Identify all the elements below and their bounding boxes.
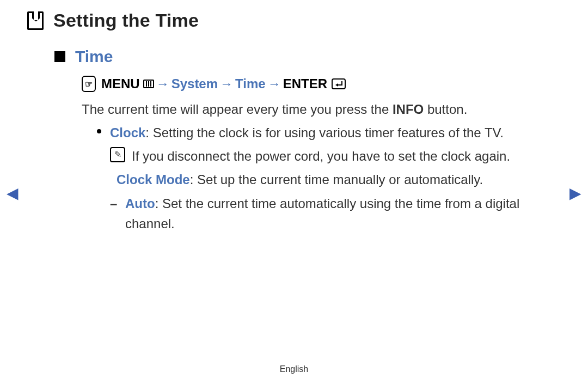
next-page-arrow[interactable]: ▶ — [569, 184, 581, 202]
hand-icon: ☞ — [82, 76, 96, 92]
bullet-icon — [97, 123, 103, 143]
list-item: Clock: Setting the clock is for using va… — [97, 123, 528, 143]
note-row: ✎ If you disconnect the power cord, you … — [110, 146, 528, 166]
footer-language: English — [0, 364, 588, 374]
sub-list: – Auto: Set the current time automatical… — [110, 193, 528, 234]
prev-page-arrow[interactable]: ◀ — [7, 184, 19, 202]
manual-page: Setting the Time Time ☞ MENU → System → … — [0, 0, 588, 384]
section-title: Time — [75, 47, 113, 66]
path-time: Time — [235, 76, 266, 92]
path-arrow: → — [156, 76, 169, 92]
sub-list-item: – Auto: Set the current time automatical… — [110, 193, 528, 234]
enter-icon — [332, 78, 346, 89]
clock-text: : Setting the clock is for using various… — [145, 125, 504, 140]
intro-text: The current time will appear every time … — [82, 100, 534, 119]
menu-path: ☞ MENU → System → Time → ENTER — [82, 76, 561, 92]
auto-term: Auto — [125, 196, 155, 211]
path-arrow: → — [220, 76, 233, 92]
section-title-row: Time — [54, 47, 561, 66]
path-menu: MENU — [101, 76, 140, 92]
clock-mode-term: Clock Mode — [117, 172, 190, 187]
menu-mini-icon — [143, 80, 154, 88]
clock-mode-row: Clock Mode: Set up the current time manu… — [110, 169, 528, 190]
clock-term: Clock — [110, 125, 145, 140]
auto-text: : Set the current time automatically usi… — [125, 196, 519, 231]
dash-bullet: – — [110, 193, 118, 234]
path-enter: ENTER — [283, 76, 327, 92]
square-bullet-icon — [54, 51, 65, 62]
sub-item-text: Auto: Set the current time automatically… — [125, 193, 528, 234]
note-text: If you disconnect the power cord, you ha… — [132, 146, 510, 166]
bullet-list: Clock: Setting the clock is for using va… — [97, 123, 528, 143]
clock-mode-text: Clock Mode: Set up the current time manu… — [117, 169, 483, 190]
page-title: Setting the Time — [53, 10, 199, 31]
intro-post: button. — [424, 102, 467, 117]
list-item-text: Clock: Setting the clock is for using va… — [110, 123, 504, 143]
bookmark-icon — [27, 11, 44, 30]
note-icon: ✎ — [110, 147, 125, 162]
page-title-row: Setting the Time — [27, 10, 561, 31]
intro-pre: The current time will appear every time … — [82, 102, 393, 117]
intro-bold: INFO — [393, 102, 424, 117]
path-system: System — [171, 76, 218, 92]
path-arrow: → — [268, 76, 281, 92]
clock-mode-desc: : Set up the current time manually or au… — [190, 172, 483, 187]
